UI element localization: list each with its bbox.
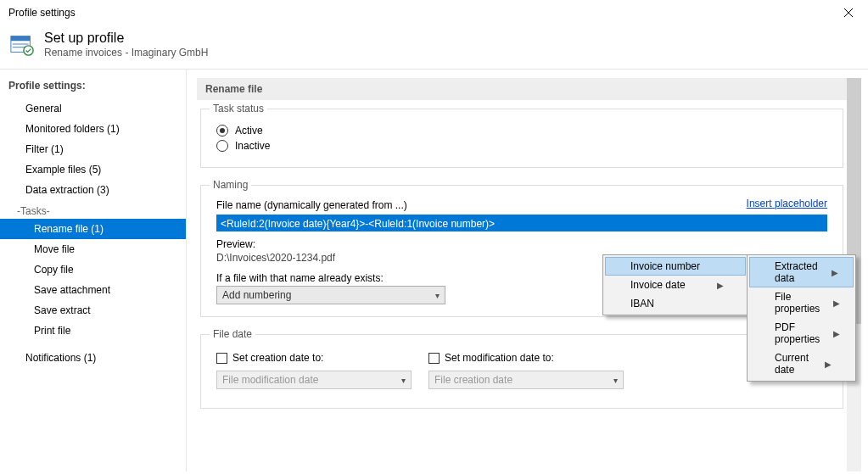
chevron-down-icon: ▾ [401,376,406,385]
sidebar-item-save-attachment[interactable]: Save attachment [0,280,186,300]
check-set-modification[interactable]: Set modification date to: [428,352,554,364]
menu-item-label: File properties [775,291,820,315]
menu-item-label: Invoice number [630,260,700,272]
preview-label: Preview: [216,238,832,250]
radio-icon [216,140,228,152]
set-modification-label: Set modification date to: [445,352,554,364]
chevron-right-icon: ▶ [832,268,838,277]
menu-item-invoice-number[interactable]: Invoice number [605,257,746,276]
creation-select[interactable]: File modification date ▾ [216,371,412,389]
radio-icon [216,125,228,137]
checkbox-icon [216,353,227,364]
chevron-right-icon: ▶ [833,329,840,338]
sidebar-item-filter[interactable]: Filter (1) [0,139,186,159]
menu-item-label: Extracted data [775,260,818,284]
menu-insert-placeholder: Extracted data ▶ File properties ▶ PDF p… [747,254,856,382]
checkbox-icon [428,353,440,364]
creation-selected-value: File modification date [222,374,318,386]
page-header: Set up profile Rename invoices - Imagina… [0,25,868,69]
modification-selected-value: File creation date [434,374,512,386]
chevron-down-icon: ▾ [613,376,618,385]
radio-inactive-label: Inactive [235,140,270,152]
close-button[interactable] [829,0,868,25]
sidebar-item-monitored-folders[interactable]: Monitored folders (1) [0,119,186,139]
task-status-legend: Task status [210,103,267,114]
page-subtitle: Rename invoices - Imaginary GmbH [44,47,208,59]
chevron-right-icon: ▶ [833,298,840,308]
task-status-group: Task status Active Inactive [200,109,843,168]
check-set-creation[interactable]: Set creation date to: [216,352,323,364]
file-date-legend: File date [210,328,255,340]
menu-item-label: PDF properties [775,321,820,345]
sidebar-item-print-file[interactable]: Print file [0,321,186,341]
page-title: Set up profile [44,31,208,46]
submenu-extracted-data: Invoice number Invoice date ▶ IBAN [602,254,748,315]
sidebar-heading: Profile settings: [0,75,186,97]
exists-selected-value: Add numbering [222,289,291,301]
chevron-right-icon: ▶ [825,360,832,369]
menu-item-label: Current date [775,352,811,376]
menu-item-pdf-properties[interactable]: PDF properties ▶ [749,318,854,349]
radio-active[interactable]: Active [216,125,832,137]
sidebar-item-notifications[interactable]: Notifications (1) [0,348,186,368]
menu-item-iban[interactable]: IBAN [605,294,746,313]
sidebar-item-copy-file[interactable]: Copy file [0,259,186,280]
sidebar-item-move-file[interactable]: Move file [0,239,186,259]
chevron-down-icon: ▾ [435,291,440,300]
sidebar-item-data-extraction[interactable]: Data extraction (3) [0,180,186,200]
svg-rect-1 [11,36,31,42]
sidebar: Profile settings: General Monitored fold… [0,69,187,471]
window-title: Profile settings [8,7,829,19]
close-icon [844,8,853,17]
exists-select[interactable]: Add numbering ▾ [216,286,445,304]
insert-placeholder-link[interactable]: Insert placeholder [747,198,827,209]
menu-item-extracted-data[interactable]: Extracted data ▶ [749,257,854,287]
section-title: Rename file [197,78,847,100]
naming-legend: Naming [210,179,251,191]
sidebar-item-rename-file[interactable]: Rename file (1) [0,219,186,239]
profile-icon [8,31,36,58]
sidebar-tasks-label: -Tasks- [0,200,186,219]
modification-select[interactable]: File creation date ▾ [428,371,624,389]
menu-item-label: Invoice date [630,279,686,291]
sidebar-item-general[interactable]: General [0,98,186,119]
sidebar-item-example-files[interactable]: Example files (5) [0,159,186,180]
menu-item-invoice-date[interactable]: Invoice date ▶ [605,276,746,294]
filename-label: File name (dynamically generated from ..… [216,199,407,211]
sidebar-item-save-extract[interactable]: Save extract [0,300,186,321]
menu-item-file-properties[interactable]: File properties ▶ [749,287,854,318]
menu-item-current-date[interactable]: Current date ▶ [749,349,854,379]
filename-input[interactable]: <RuleId:2(Invoice date){Year4}>-<RuleId:… [216,215,827,231]
menu-item-label: IBAN [630,298,654,309]
radio-inactive[interactable]: Inactive [216,140,832,152]
set-creation-label: Set creation date to: [232,352,323,364]
radio-active-label: Active [235,125,263,137]
chevron-right-icon: ▶ [717,281,724,290]
